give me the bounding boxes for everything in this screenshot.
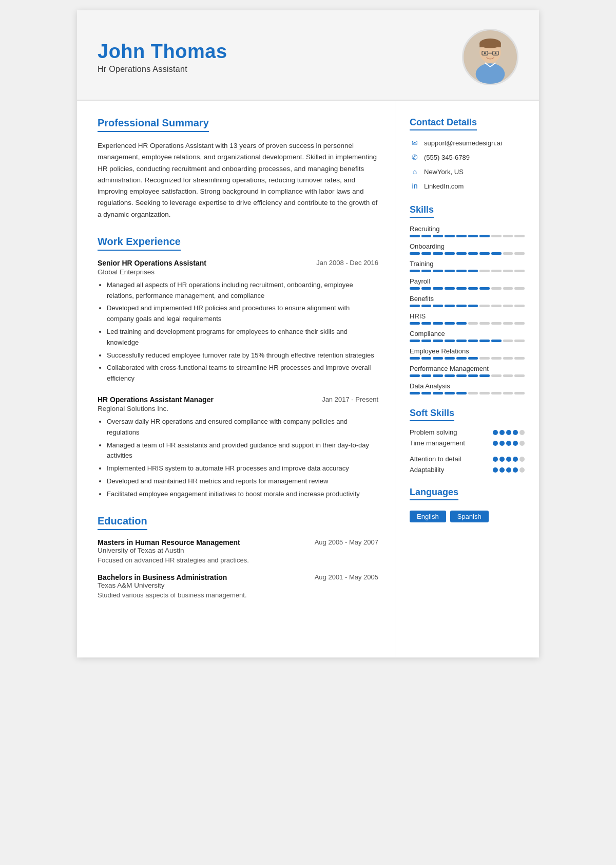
skill-segment — [468, 322, 478, 325]
skill-segment — [456, 322, 467, 325]
soft-skill-spacer — [410, 450, 525, 452]
skill-segment — [410, 392, 420, 394]
header-left: John Thomas Hr Operations Assistant — [98, 41, 462, 74]
work-experience-heading: Work Experience — [98, 236, 181, 251]
contact-container: ✉ support@resumedesign.ai ✆ (555) 345-67… — [410, 138, 525, 191]
skill-segment — [410, 305, 420, 307]
skill-segment — [491, 235, 502, 237]
skill-segment — [468, 357, 478, 360]
skill-segment — [456, 305, 467, 307]
skill-segment — [445, 322, 455, 325]
svg-rect-4 — [479, 44, 501, 48]
job-bullets: Oversaw daily HR operations and ensured … — [98, 417, 378, 500]
skill-segment — [410, 374, 420, 377]
soft-skill-dots — [493, 430, 525, 435]
edu-date: Aug 2005 - May 2007 — [315, 538, 378, 546]
skill-segment — [456, 252, 467, 255]
skill-segment — [433, 252, 443, 255]
skill-segment — [445, 305, 455, 307]
edu-degree: Masters in Human Resource Management — [98, 538, 240, 547]
skill-segment — [433, 392, 443, 394]
contact-text: support@resumedesign.ai — [424, 139, 502, 147]
edu-item: Bachelors in Business Administration Aug… — [98, 573, 378, 599]
skill-segment — [514, 357, 525, 360]
skill-segment — [433, 270, 443, 272]
job-title: Senior HR Operations Assistant — [98, 259, 206, 267]
skill-segment — [421, 305, 432, 307]
skill-segment — [433, 322, 443, 325]
skill-segment — [479, 374, 490, 377]
soft-skills-heading: Soft Skills — [410, 408, 454, 421]
summary-heading: Professional Summary — [98, 117, 209, 132]
skill-segment — [445, 287, 455, 290]
skill-segment — [410, 287, 420, 290]
job-date: Jan 2017 - Present — [322, 396, 378, 403]
skill-segment — [410, 270, 420, 272]
skill-name: Recruiting — [410, 225, 525, 233]
lang-container: EnglishSpanish — [410, 511, 525, 522]
skill-segment — [468, 305, 478, 307]
skill-segment — [433, 287, 443, 290]
skill-name: Onboarding — [410, 242, 525, 250]
skill-segment — [445, 252, 455, 255]
skill-segment — [503, 357, 513, 360]
job-bullet: Implemented HRIS system to automate HR p… — [107, 463, 378, 474]
skill-segment — [445, 374, 455, 377]
job-item: Senior HR Operations Assistant Jan 2008 … — [98, 259, 378, 384]
edu-header: Bachelors in Business Administration Aug… — [98, 573, 378, 581]
skill-segment — [491, 322, 502, 325]
skill-segment — [491, 357, 502, 360]
soft-skill-dot — [513, 430, 518, 435]
job-item: HR Operations Assistant Manager Jan 2017… — [98, 396, 378, 500]
skill-segment — [433, 235, 443, 237]
skills-heading: Skills — [410, 204, 434, 218]
skill-name: Benefits — [410, 295, 525, 303]
job-header: HR Operations Assistant Manager Jan 2017… — [98, 396, 378, 404]
skill-segment — [468, 340, 478, 342]
skill-segment — [410, 322, 420, 325]
contact-section: Contact Details ✉ support@resumedesign.a… — [410, 117, 525, 191]
skill-segment — [410, 235, 420, 237]
skill-segment — [445, 392, 455, 394]
svg-point-8 — [484, 52, 486, 54]
skill-item: Compliance — [410, 330, 525, 342]
skill-segment — [433, 374, 443, 377]
skill-segment — [491, 270, 502, 272]
skill-bar — [410, 340, 525, 342]
skill-name: Employee Relations — [410, 347, 525, 355]
skill-name: Data Analysis — [410, 382, 525, 390]
skill-segment — [421, 357, 432, 360]
skill-item: Training — [410, 260, 525, 272]
skill-segment — [479, 392, 490, 394]
skill-segment — [503, 340, 513, 342]
skill-bar — [410, 252, 525, 255]
skill-name: HRIS — [410, 312, 525, 320]
soft-skill-dot — [519, 467, 525, 473]
skills-section: Skills Recruiting Onboarding Training Pa… — [410, 204, 525, 394]
edu-degree: Bachelors in Business Administration — [98, 573, 227, 581]
contact-icon: ✉ — [410, 138, 420, 148]
edu-header: Masters in Human Resource Management Aug… — [98, 538, 378, 547]
skill-segment — [410, 340, 420, 342]
skill-segment — [468, 374, 478, 377]
skill-segment — [503, 287, 513, 290]
left-column: Professional Summary Experienced HR Oper… — [77, 101, 395, 657]
skill-segment — [445, 235, 455, 237]
skill-segment — [503, 235, 513, 237]
skill-segment — [468, 252, 478, 255]
skill-bar — [410, 287, 525, 290]
skill-item: HRIS — [410, 312, 525, 325]
skill-segment — [491, 374, 502, 377]
skill-segment — [514, 287, 525, 290]
soft-skill-dot — [506, 441, 511, 446]
job-company: Global Enterprises — [98, 268, 378, 276]
skill-segment — [479, 322, 490, 325]
summary-text: Experienced HR Operations Assistant with… — [98, 140, 378, 220]
languages-heading: Languages — [410, 487, 458, 500]
soft-skill-dot — [499, 457, 505, 462]
edu-school: University of Texas at Austin — [98, 547, 378, 554]
soft-skill-dot — [493, 467, 498, 473]
soft-skill-dot — [513, 457, 518, 462]
skill-segment — [479, 252, 490, 255]
skill-segment — [479, 287, 490, 290]
